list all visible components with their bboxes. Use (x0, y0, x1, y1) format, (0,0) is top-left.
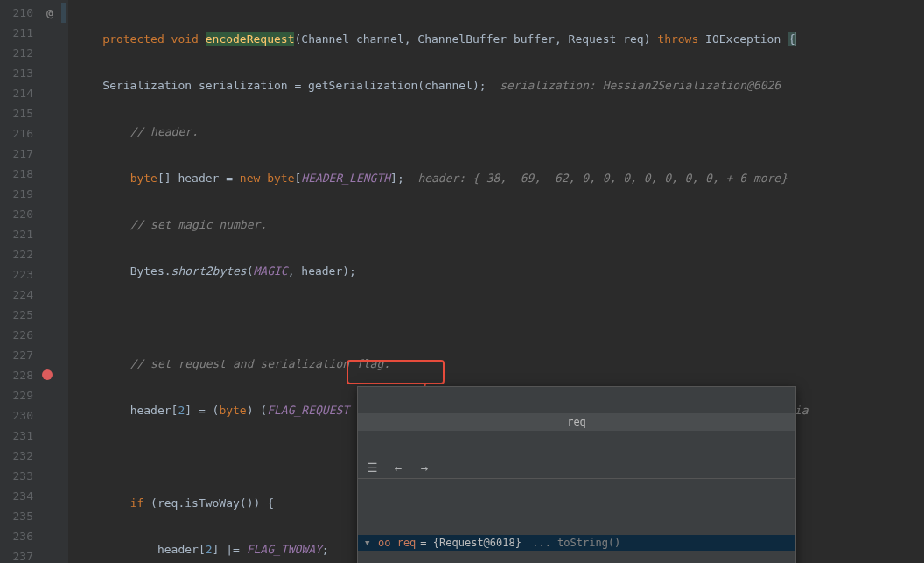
breakpoint-marker[interactable] (42, 369, 58, 390)
popup-title: req (358, 413, 795, 431)
change-marker-strip (58, 0, 68, 563)
code-line: protected void encodeRequest(Channel cha… (68, 29, 924, 49)
variable-tree[interactable]: ▼ oo req = {Request@6018} ... toString()… (358, 505, 795, 563)
filter-icon[interactable]: ☰ (365, 461, 379, 475)
code-line: // set request and serialization flag. (68, 354, 924, 374)
debug-variable-popup[interactable]: req ☰ ← → ▼ oo req = {Request@6018} ... … (357, 386, 796, 563)
code-line: // header. (68, 122, 924, 142)
line-number-gutter: 210 211 212 213 214 215 216 217 218 219 … (0, 0, 42, 563)
code-editor[interactable]: protected void encodeRequest(Channel cha… (68, 0, 924, 563)
code-line (68, 307, 924, 327)
forward-icon[interactable]: → (417, 461, 431, 475)
back-icon[interactable]: ← (391, 461, 405, 475)
override-indicator[interactable]: @ (42, 3, 58, 23)
tree-root-node[interactable]: ▼ oo req = {Request@6018} ... toString() (358, 535, 795, 551)
gutter-indicator-column: @ (42, 0, 58, 563)
popup-toolbar: ☰ ← → (358, 457, 795, 479)
expand-arrow-icon[interactable]: ▼ (365, 538, 374, 547)
code-line: // set magic number. (68, 215, 924, 235)
code-line: Bytes.short2bytes(MAGIC, header); (68, 261, 924, 281)
code-line: byte[] header = new byte[HEADER_LENGTH];… (68, 168, 924, 188)
code-line: Serialization serialization = getSeriali… (68, 75, 924, 95)
